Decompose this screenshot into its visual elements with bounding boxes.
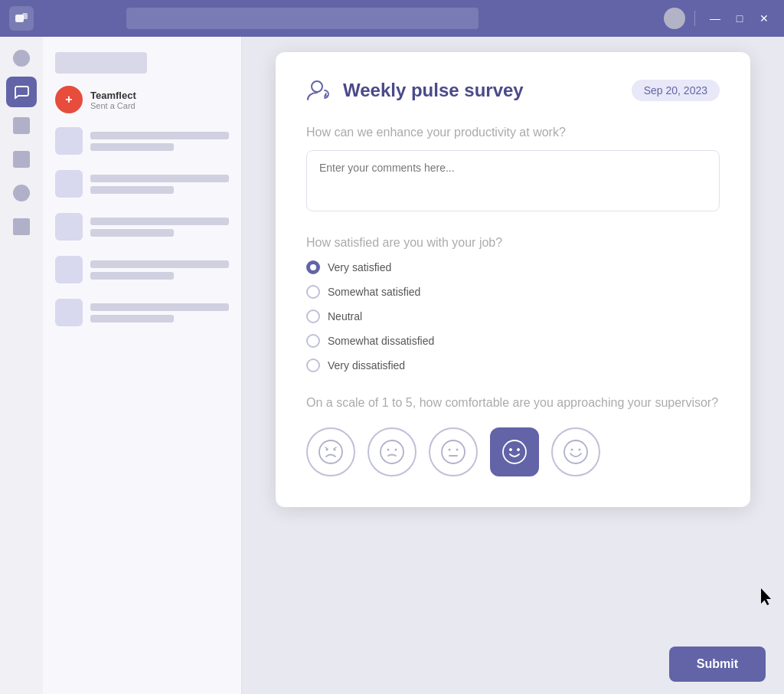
radio-somewhat-dissatisfied[interactable]	[306, 334, 320, 348]
radio-option-neutral[interactable]: Neutral	[306, 309, 720, 323]
radio-neutral[interactable]	[306, 309, 320, 323]
svg-point-17	[571, 449, 573, 451]
main-content: Weekly pulse survey Sep 20, 2023 How can…	[242, 37, 784, 694]
minimize-button[interactable]: —	[704, 8, 726, 29]
survey-icon	[306, 77, 334, 104]
user-avatar[interactable]	[664, 8, 685, 29]
radio-label-very-satisfied: Very satisfied	[328, 261, 391, 273]
submit-bar: Submit	[651, 634, 784, 694]
radio-label-somewhat-dissatisfied: Somewhat dissatisfied	[328, 335, 434, 347]
q1-label: How can we enhance your productivity at …	[306, 126, 720, 139]
list-item[interactable]: + Teamflect Sent a Card	[43, 80, 241, 119]
svg-rect-1	[22, 13, 28, 19]
radio-somewhat-satisfied[interactable]	[306, 285, 320, 299]
q3-label: On a scale of 1 to 5, how comfortable ar…	[306, 394, 720, 412]
svg-point-15	[518, 449, 520, 451]
contact-avatar	[55, 127, 83, 155]
svg-point-9	[442, 440, 465, 463]
contact-avatar	[55, 299, 83, 326]
close-button[interactable]: ✕	[753, 8, 775, 29]
survey-title: Weekly pulse survey	[343, 80, 524, 101]
radio-very-satisfied[interactable]	[306, 260, 320, 274]
svg-point-18	[579, 449, 581, 451]
sidebar-icon-calendar[interactable]	[6, 144, 37, 175]
emoji-btn-3[interactable]	[429, 427, 478, 476]
contact-avatar	[55, 170, 83, 198]
survey-card: Weekly pulse survey Sep 20, 2023 How can…	[276, 52, 750, 507]
svg-point-16	[564, 440, 587, 463]
svg-point-2	[312, 81, 322, 92]
sidebar-icons	[0, 37, 43, 694]
survey-date-badge: Sep 20, 2023	[632, 80, 720, 101]
list-item[interactable]	[43, 248, 241, 291]
sidebar-icon-teams[interactable]	[6, 110, 37, 141]
teamflect-sub: Sent a Card	[90, 101, 229, 110]
survey-header: Weekly pulse survey Sep 20, 2023	[306, 77, 720, 104]
svg-point-8	[395, 449, 397, 451]
sidebar-panel-header	[55, 52, 147, 74]
contact-avatar	[55, 256, 83, 283]
sidebar-icon-calls[interactable]	[6, 178, 37, 208]
svg-point-3	[319, 440, 342, 463]
window-controls: — □ ✕	[664, 8, 775, 29]
emoji-btn-1[interactable]	[306, 427, 355, 476]
teamflect-name: Teamflect	[90, 90, 229, 101]
list-item[interactable]	[43, 291, 241, 334]
list-item[interactable]	[43, 119, 241, 162]
divider	[694, 11, 695, 26]
emoji-btn-4[interactable]	[490, 427, 539, 476]
q2-label: How satisfied are you with your job?	[306, 236, 720, 250]
radio-option-somewhat-satisfied[interactable]: Somewhat satisfied	[306, 285, 720, 299]
svg-point-13	[503, 440, 526, 463]
radio-very-dissatisfied[interactable]	[306, 358, 320, 372]
maximize-button[interactable]: □	[729, 8, 750, 29]
radio-label-neutral: Neutral	[328, 310, 362, 322]
title-bar: — □ ✕	[0, 0, 784, 37]
teams-logo	[9, 6, 34, 31]
svg-point-10	[449, 449, 451, 451]
svg-point-6	[381, 440, 403, 463]
radio-option-somewhat-dissatisfied[interactable]: Somewhat dissatisfied	[306, 334, 720, 348]
radio-option-very-satisfied[interactable]: Very satisfied	[306, 260, 720, 274]
submit-button[interactable]: Submit	[669, 647, 766, 682]
radio-label-very-dissatisfied: Very dissatisfied	[328, 359, 405, 372]
survey-title-group: Weekly pulse survey	[306, 77, 524, 104]
svg-point-14	[510, 449, 512, 451]
contact-avatar	[55, 213, 83, 241]
search-bar[interactable]	[126, 8, 479, 29]
emoji-scale	[306, 427, 720, 476]
svg-point-11	[456, 449, 459, 451]
comment-textarea[interactable]	[306, 150, 720, 211]
sidebar-icon-activity[interactable]	[6, 43, 37, 74]
list-item[interactable]	[43, 162, 241, 205]
satisfaction-radio-group: Very satisfied Somewhat satisfied Neutra…	[306, 260, 720, 372]
sidebar-panel: + Teamflect Sent a Card	[43, 37, 242, 694]
list-item[interactable]	[43, 205, 241, 248]
sidebar-icon-chat[interactable]	[6, 77, 37, 107]
teamflect-icon: +	[55, 86, 83, 113]
emoji-btn-5[interactable]	[551, 427, 600, 476]
svg-point-7	[387, 449, 390, 451]
app-layout: + Teamflect Sent a Card	[0, 37, 784, 694]
teamflect-text: Teamflect Sent a Card	[90, 90, 229, 110]
emoji-btn-2[interactable]	[368, 427, 416, 476]
radio-label-somewhat-satisfied: Somewhat satisfied	[328, 286, 420, 298]
sidebar-icon-files[interactable]	[6, 211, 37, 242]
radio-option-very-dissatisfied[interactable]: Very dissatisfied	[306, 358, 720, 372]
